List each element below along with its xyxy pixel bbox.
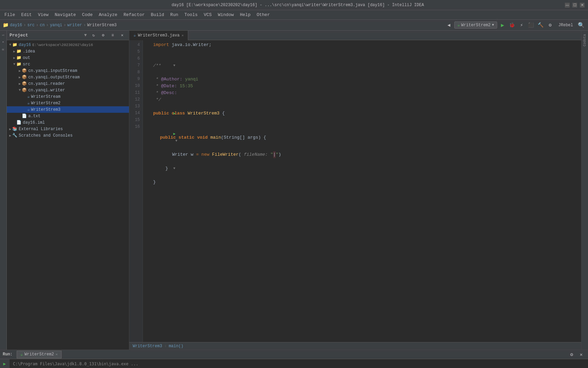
- code-content[interactable]: import java.io.Writer; ▼ /** * @Author: …: [143, 40, 581, 342]
- fold-icon-6[interactable]: ▼: [173, 64, 175, 67]
- code-line-4: import java.io.Writer;: [146, 42, 581, 48]
- code-line-10: */: [146, 96, 581, 103]
- menu-tools[interactable]: Tools: [182, 11, 200, 18]
- menu-analyze[interactable]: Analyze: [96, 11, 120, 18]
- run-config-name: WriterStrem2: [461, 23, 490, 28]
- coverage-button[interactable]: ⚡: [518, 21, 526, 29]
- run-config-selector[interactable]: ☕ WriterStrem2 ▼: [454, 21, 497, 29]
- project-header-icons: ↻ ⚙ ≡ ✕: [89, 31, 126, 40]
- tree-item-reader[interactable]: ▶ 📦 cn.yanqi.reader: [7, 80, 129, 87]
- iml-icon: 📄: [16, 120, 21, 125]
- project-icon: 📁: [3, 22, 9, 28]
- tree-item-day16[interactable]: ▼ 📁 day16 E:\workspace\20230202\day16: [7, 42, 129, 48]
- tree-item-writerstrem2[interactable]: ☕ WriterStrem2: [7, 100, 129, 106]
- code-line-11: ▶ public class WriterStrem3 {: [146, 103, 581, 124]
- breadcrumb-class[interactable]: WriterStrem3: [87, 23, 116, 28]
- java-icon-writerstream: ☕: [27, 94, 30, 99]
- code-line-13: Writer w = new FileWriter( fileName: "|"…: [146, 151, 581, 158]
- debug-button[interactable]: 🐞: [508, 21, 516, 29]
- project-gear-icon[interactable]: ≡: [109, 31, 117, 40]
- tree-item-ext-libs[interactable]: ▶ 📚 External Libraries: [7, 126, 129, 132]
- project-close-icon[interactable]: ✕: [118, 31, 126, 40]
- tree-item-writerstream[interactable]: ☕ WriterStream: [7, 93, 129, 100]
- tree-item-outputstream[interactable]: ▶ 📦 cn.yanqi.outputStream: [7, 74, 129, 80]
- menu-file[interactable]: File: [2, 11, 18, 18]
- menu-code[interactable]: Code: [79, 11, 95, 18]
- menu-other[interactable]: Other: [254, 11, 273, 18]
- run-settings-icon[interactable]: ⚙: [568, 350, 576, 358]
- txt-icon: 📄: [22, 113, 27, 119]
- breadcrumb-cn[interactable]: cn: [40, 23, 45, 28]
- run-content: ▶ ↑ ⬛ ↓ ⏸ ≡ 📌 ⊟ ↩ 🗑 C:\Program Files\Jav…: [0, 359, 588, 368]
- menu-navigate[interactable]: Navigate: [52, 11, 79, 18]
- breadcrumb-writer[interactable]: writer: [67, 23, 82, 28]
- menu-build[interactable]: Build: [148, 11, 167, 18]
- menu-help[interactable]: Help: [237, 11, 253, 18]
- tree-item-scratches[interactable]: ▶ 🔧 Scratches and Consoles: [7, 132, 129, 139]
- code-line-8: * @Date: 15:35: [146, 83, 581, 90]
- editor-breadcrumb-class[interactable]: WriterStrem3: [133, 344, 162, 349]
- menu-refactor[interactable]: Refactor: [121, 11, 147, 18]
- code-line-12: ▶ ▼ public static void main(String[] arg…: [146, 124, 581, 151]
- tab-close-button[interactable]: ✕: [182, 33, 184, 37]
- tree-label-idea: .idea: [23, 49, 35, 54]
- search-button[interactable]: 🔍: [577, 21, 585, 29]
- code-line-9: * @Desc:: [146, 90, 581, 96]
- run-button[interactable]: ▶: [499, 21, 507, 29]
- maximize-button[interactable]: ☐: [572, 3, 577, 7]
- sdk-button[interactable]: ⚙: [546, 21, 554, 29]
- project-dropdown-icon[interactable]: ▼: [84, 33, 87, 38]
- tree-item-writerstrem3[interactable]: ☕ WriterStrem3: [7, 106, 129, 113]
- menu-view[interactable]: View: [35, 11, 51, 18]
- back-button[interactable]: ◀: [445, 21, 453, 29]
- breadcrumb-day16[interactable]: day16: [10, 23, 22, 28]
- ext-icon: 📚: [12, 126, 17, 132]
- tree-item-inputstream[interactable]: ▶ 📦 cn.yanqi.inputStream: [7, 67, 129, 74]
- project-sync-icon[interactable]: ↻: [89, 31, 98, 40]
- project-panel-header: Project ▼ ↻ ⚙ ≡ ✕: [7, 31, 129, 40]
- package-icon-outputstream: 📦: [22, 75, 27, 80]
- tree-item-out[interactable]: ▶ 📁 out: [7, 55, 129, 61]
- code-editor[interactable]: 4 5 6 7 8 9 10 11 12 13 14 15 16 import …: [129, 40, 581, 342]
- build-button[interactable]: 🔨: [537, 21, 545, 29]
- jrebel-left-button[interactable]: R: [1, 47, 6, 52]
- close-button[interactable]: ✕: [580, 3, 585, 7]
- title-bar-controls: — ☐ ✕: [565, 3, 585, 7]
- minimize-button[interactable]: —: [565, 3, 570, 7]
- editor-area: ☕ WriterStrem3.java ✕ 4 5 6 7 8 9 10 11 …: [129, 31, 581, 350]
- tree-item-writer[interactable]: ▼ 📦 cn.yanqi.writer: [7, 87, 129, 93]
- stop-button[interactable]: ⬛: [527, 21, 535, 29]
- tree-item-idea[interactable]: ▶ 📁 .idea: [7, 48, 129, 55]
- java-icon-writerstrem2: ☕: [27, 101, 30, 106]
- breadcrumb-src[interactable]: src: [27, 23, 35, 28]
- favorites-tool-button[interactable]: ★: [1, 40, 6, 45]
- run-play-icon[interactable]: ▶: [1, 361, 8, 367]
- gutter-12: ▶ ▼: [146, 124, 153, 151]
- menu-edit[interactable]: Edit: [18, 11, 34, 18]
- tree-item-atxt[interactable]: 📄 a.txt: [7, 113, 129, 119]
- menu-vcs[interactable]: VCS: [201, 11, 214, 18]
- editor-breadcrumb-method[interactable]: main(): [169, 344, 183, 349]
- project-tree: ▼ 📁 day16 E:\workspace\20230202\day16 ▶ …: [7, 40, 129, 350]
- run-panel-close-icon[interactable]: ✕: [577, 350, 585, 358]
- folder-icon-out: 📁: [16, 55, 21, 60]
- project-settings-icon[interactable]: ⚙: [99, 31, 107, 40]
- tree-arrow-scratch: ▶: [8, 134, 12, 138]
- left-sidebar: 1 ★ R: [0, 31, 7, 350]
- run-label: Run:: [3, 352, 13, 357]
- fold-icon-14[interactable]: ▼: [173, 167, 175, 170]
- codota-tab[interactable]: Codota: [582, 32, 587, 48]
- breadcrumb-yanqi[interactable]: yanqi: [50, 23, 62, 28]
- menu-run[interactable]: Run: [167, 11, 181, 18]
- gutter-14: ▼: [146, 158, 153, 179]
- scratch-icon: 🔧: [12, 133, 17, 138]
- tree-label-writerstrem3: WriterStrem3: [31, 107, 60, 112]
- run-tab-writerstrem2[interactable]: ☕ WriterStrem2 ✕: [17, 351, 62, 358]
- tree-item-src[interactable]: ▼ 📁 src: [7, 61, 129, 67]
- project-tool-button[interactable]: 1: [1, 32, 6, 38]
- run-tab-close[interactable]: ✕: [55, 352, 58, 356]
- menu-window[interactable]: Window: [215, 11, 236, 18]
- editor-tab-writerstrem3[interactable]: ☕ WriterStrem3.java ✕: [129, 31, 188, 40]
- tree-item-iml[interactable]: 📄 day16.iml: [7, 119, 129, 126]
- breadcrumb: 📁 day16 › src › cn › yanqi › writer › Wr…: [3, 22, 117, 28]
